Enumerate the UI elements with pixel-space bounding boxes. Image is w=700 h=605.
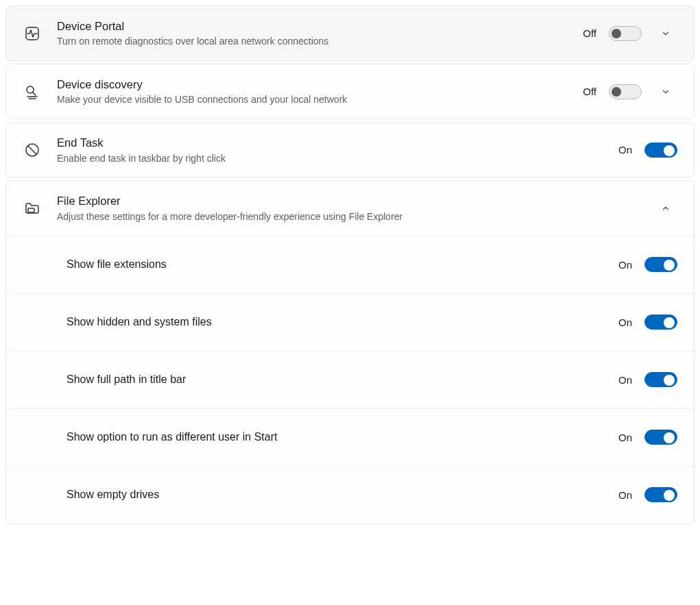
toggle-device-discovery[interactable] bbox=[609, 84, 642, 99]
heartbeat-monitor-icon bbox=[23, 24, 42, 43]
setting-title: Show hidden and system files bbox=[67, 314, 603, 330]
setting-row: Device discovery Make your device visibl… bbox=[6, 64, 694, 119]
setting-subtitle: Adjust these settings for a more develop… bbox=[57, 210, 639, 223]
setting-text: Show hidden and system files bbox=[67, 314, 603, 330]
setting-subrow-show-hidden-files: Show hidden and system files On bbox=[6, 293, 694, 351]
toggle-state-label: On bbox=[618, 432, 632, 443]
setting-subtitle: Make your device visible to USB connecti… bbox=[57, 93, 568, 106]
setting-title: Device discovery bbox=[57, 77, 568, 92]
toggle-state-label: On bbox=[618, 374, 632, 386]
folder-icon bbox=[23, 199, 42, 218]
toggle-state-label: On bbox=[618, 317, 632, 328]
setting-subrow-show-full-path: Show full path in title bar On bbox=[6, 351, 694, 408]
setting-title: Show file extensions bbox=[67, 257, 603, 272]
setting-text: End Task Enable end task in taskbar by r… bbox=[57, 135, 603, 164]
toggle-show-hidden-files[interactable] bbox=[644, 314, 677, 330]
setting-title: Device Portal bbox=[57, 18, 568, 34]
setting-subtitle: Enable end task in taskbar by right clic… bbox=[57, 152, 603, 165]
chevron-down-icon bbox=[661, 29, 671, 38]
setting-row[interactable]: File Explorer Adjust these settings for … bbox=[6, 181, 694, 235]
expand-button[interactable] bbox=[654, 80, 677, 103]
svg-rect-3 bbox=[28, 208, 34, 212]
toggle-state-label: Off bbox=[583, 27, 596, 39]
setting-controls: On bbox=[618, 143, 677, 158]
toggle-state-label: On bbox=[618, 259, 632, 271]
setting-title: Show option to run as different user in … bbox=[67, 430, 603, 445]
setting-text: Show full path in title bar bbox=[67, 372, 603, 387]
setting-title: Show full path in title bar bbox=[67, 372, 603, 387]
setting-text: Show empty drives bbox=[67, 487, 603, 502]
setting-card-file-explorer: File Explorer Adjust these settings for … bbox=[5, 180, 695, 523]
setting-text: Device discovery Make your device visibl… bbox=[57, 77, 568, 106]
toggle-device-portal[interactable] bbox=[609, 26, 642, 41]
search-device-icon bbox=[23, 82, 42, 101]
chevron-up-icon bbox=[661, 203, 671, 213]
setting-controls: Off bbox=[583, 22, 677, 45]
chevron-down-icon bbox=[661, 87, 671, 97]
setting-controls: On bbox=[618, 257, 677, 272]
toggle-end-task[interactable] bbox=[644, 143, 677, 158]
setting-text: File Explorer Adjust these settings for … bbox=[57, 193, 639, 223]
setting-controls: On bbox=[618, 314, 677, 330]
setting-subrow-show-empty-drives: Show empty drives On bbox=[6, 466, 694, 523]
setting-subrow-show-file-extensions: Show file extensions On bbox=[6, 236, 694, 293]
setting-card-end-task[interactable]: End Task Enable end task in taskbar by r… bbox=[5, 122, 695, 177]
setting-controls: Off bbox=[583, 80, 677, 103]
toggle-state-label: Off bbox=[583, 86, 596, 97]
setting-subrow-run-as-different-user: Show option to run as different user in … bbox=[6, 408, 694, 466]
collapse-button[interactable] bbox=[654, 197, 677, 220]
setting-title: End Task bbox=[57, 135, 603, 150]
toggle-state-label: On bbox=[618, 144, 632, 156]
toggle-state-label: On bbox=[618, 489, 632, 501]
setting-card-device-portal[interactable]: Device Portal Turn on remote diagnostics… bbox=[5, 5, 695, 61]
setting-controls: On bbox=[618, 430, 677, 445]
prohibit-icon bbox=[23, 140, 42, 160]
setting-subtitle: Turn on remote diagnostics over local ar… bbox=[57, 35, 568, 48]
setting-controls bbox=[654, 197, 677, 220]
setting-row: Device Portal Turn on remote diagnostics… bbox=[6, 6, 694, 60]
setting-card-device-discovery[interactable]: Device discovery Make your device visibl… bbox=[5, 64, 695, 119]
toggle-show-empty-drives[interactable] bbox=[644, 487, 677, 502]
toggle-show-full-path[interactable] bbox=[644, 372, 677, 387]
setting-row: End Task Enable end task in taskbar by r… bbox=[6, 123, 694, 177]
setting-title: File Explorer bbox=[57, 193, 639, 208]
setting-text: Device Portal Turn on remote diagnostics… bbox=[57, 18, 568, 48]
setting-text: Show option to run as different user in … bbox=[67, 430, 603, 445]
setting-title: Show empty drives bbox=[67, 487, 603, 502]
expand-button[interactable] bbox=[654, 22, 677, 45]
toggle-show-file-extensions[interactable] bbox=[644, 257, 677, 272]
setting-controls: On bbox=[618, 487, 677, 502]
toggle-run-as-different-user[interactable] bbox=[644, 430, 677, 445]
setting-controls: On bbox=[618, 372, 677, 387]
setting-text: Show file extensions bbox=[67, 257, 603, 272]
